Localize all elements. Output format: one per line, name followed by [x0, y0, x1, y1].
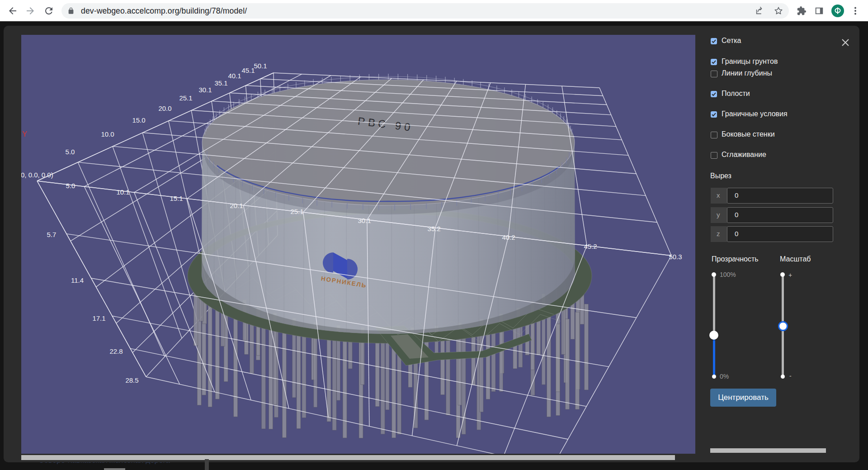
svg-text:50.3: 50.3: [669, 253, 682, 261]
svg-text:45.1: 45.1: [241, 66, 255, 74]
svg-text:20.1: 20.1: [230, 202, 243, 209]
svg-text:50.1: 50.1: [254, 62, 267, 70]
svg-text:22.8: 22.8: [109, 347, 123, 355]
svg-text:40.2: 40.2: [502, 233, 515, 241]
svg-text:28.5: 28.5: [125, 376, 138, 384]
svg-text:17.1: 17.1: [92, 314, 105, 322]
svg-text:35.1: 35.1: [214, 79, 227, 87]
svg-text:10.0: 10.0: [101, 130, 114, 138]
svg-text:45.2: 45.2: [584, 242, 597, 250]
svg-text:25.1: 25.1: [290, 208, 303, 215]
svg-text:11.4: 11.4: [71, 276, 84, 284]
svg-text:5.7: 5.7: [47, 231, 57, 238]
svg-text:15.1: 15.1: [170, 195, 183, 202]
svg-text:5.0: 5.0: [66, 148, 75, 156]
svg-text:30.1: 30.1: [358, 217, 371, 224]
svg-text:40.1: 40.1: [228, 72, 241, 80]
svg-text:35.2: 35.2: [427, 225, 440, 233]
svg-text:10.1: 10.1: [116, 188, 129, 196]
svg-text:20.0: 20.0: [158, 104, 171, 112]
svg-text:30.1: 30.1: [198, 86, 212, 94]
svg-text:15.0: 15.0: [132, 116, 145, 124]
svg-text:Y: Y: [22, 130, 27, 138]
svg-text:(0, 0.0, 0.0): (0, 0.0, 0.0): [21, 171, 53, 179]
svg-text:25.1: 25.1: [179, 94, 192, 102]
svg-text:5.0: 5.0: [66, 182, 75, 190]
